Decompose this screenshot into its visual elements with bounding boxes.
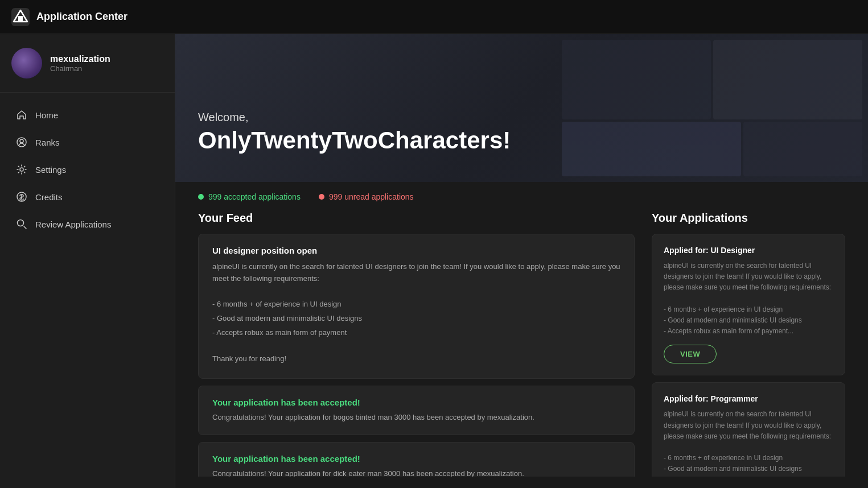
feed-card-body-1: alpineUI is currently on the search for … — [212, 261, 620, 365]
applications-section: Your Applications Applied for: UI Design… — [652, 212, 845, 477]
unread-dot — [319, 194, 324, 200]
app-logo-icon — [11, 8, 30, 26]
user-info: mexualization Chairman — [50, 54, 110, 73]
unread-stat-text: 999 unread applications — [329, 192, 414, 201]
sidebar-item-review-label: Review Applications — [35, 220, 111, 229]
sidebar-item-home-label: Home — [35, 110, 58, 120]
accepted-dot — [198, 194, 204, 200]
sidebar-item-settings-label: Settings — [35, 165, 66, 175]
app-card-body-2: alpineUI is currently on the search for … — [664, 409, 833, 477]
svg-point-7 — [18, 220, 24, 226]
hero-username: OnlyTwentyTwoCharacters! — [198, 127, 511, 154]
home-icon — [16, 109, 27, 121]
main-content: Welcome, OnlyTwentyTwoCharacters! 999 ac… — [175, 34, 868, 488]
feed-card-title-1: UI designer position open — [212, 246, 620, 255]
app-card-title-1: Applied for: UI Designer — [664, 246, 833, 255]
accepted-title-1: Your application has been accepted! — [212, 398, 620, 407]
feed-section: Your Feed UI designer position open alpi… — [198, 212, 635, 477]
username: mexualization — [50, 54, 110, 64]
unread-stat: 999 unread applications — [319, 192, 414, 201]
sidebar-item-settings[interactable]: Settings — [5, 156, 170, 183]
sidebar-item-ranks-label: Ranks — [35, 138, 60, 147]
feed-card-accepted-1: Your application has been accepted! Cong… — [198, 386, 635, 435]
main-layout: mexualization Chairman Home — [0, 34, 868, 488]
applications-title: Your Applications — [652, 212, 845, 225]
accepted-stat: 999 accepted applications — [198, 192, 301, 201]
top-header: Application Center — [0, 0, 868, 34]
ranks-icon — [16, 137, 27, 148]
hero-welcome-text: Welcome, — [198, 111, 511, 124]
accepted-body-1: Congratulations! Your application for bo… — [212, 412, 620, 423]
user-role: Chairman — [50, 64, 110, 73]
svg-point-4 — [20, 139, 23, 143]
sidebar-item-review-applications[interactable]: Review Applications — [5, 211, 170, 237]
feed-title: Your Feed — [198, 212, 635, 225]
accepted-title-2: Your application has been accepted! — [212, 454, 620, 464]
avatar — [11, 48, 42, 78]
accepted-body-2: Congratulations! Your application for di… — [212, 468, 620, 477]
user-profile: mexualization Chairman — [0, 34, 175, 93]
nav-menu: Home Ranks — [0, 93, 175, 246]
application-card-1: Applied for: UI Designer alpineUI is cur… — [652, 234, 845, 375]
credits-icon — [16, 191, 27, 202]
accepted-stat-text: 999 accepted applications — [208, 192, 301, 201]
sidebar-item-ranks[interactable]: Ranks — [5, 129, 170, 155]
content-row: Your Feed UI designer position open alpi… — [175, 212, 868, 488]
hero-text: Welcome, OnlyTwentyTwoCharacters! — [198, 111, 511, 154]
sidebar-item-home[interactable]: Home — [5, 102, 170, 128]
sidebar-item-credits[interactable]: Credits — [5, 184, 170, 210]
sidebar: mexualization Chairman Home — [0, 34, 175, 488]
application-card-2: Applied for: Programmer alpineUI is curr… — [652, 382, 845, 477]
review-icon — [16, 218, 27, 230]
hero-deco — [556, 34, 868, 182]
hero-banner: Welcome, OnlyTwentyTwoCharacters! — [175, 34, 868, 182]
sidebar-item-credits-label: Credits — [35, 192, 63, 202]
app-card-title-2: Applied for: Programmer — [664, 394, 833, 403]
view-button-1[interactable]: VIEW — [664, 345, 717, 363]
app-title: Application Center — [36, 11, 127, 23]
svg-point-5 — [20, 168, 23, 171]
app-card-body-1: alpineUI is currently on the search for … — [664, 260, 833, 337]
settings-icon — [16, 164, 27, 175]
stats-bar: 999 accepted applications 999 unread app… — [175, 182, 868, 212]
feed-card-accepted-2: Your application has been accepted! Cong… — [198, 442, 635, 477]
svg-rect-2 — [18, 16, 23, 22]
feed-card-announcement: UI designer position open alpineUI is cu… — [198, 234, 635, 379]
